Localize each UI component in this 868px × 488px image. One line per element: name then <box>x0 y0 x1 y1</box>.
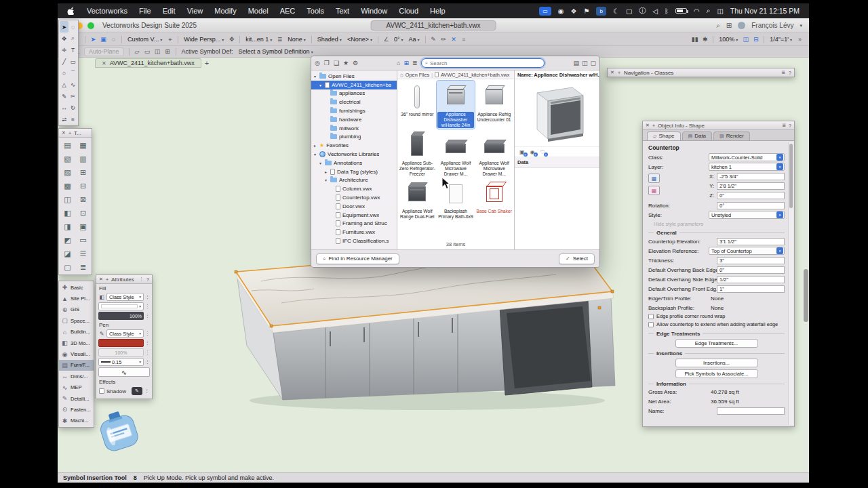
pen-style-dropdown[interactable]: Class Style▾ <box>106 329 144 338</box>
pen-attributes-icon[interactable]: ✎ <box>429 35 439 44</box>
snap-grid-icon[interactable]: ⌗ <box>459 35 469 44</box>
tool-set-machi-[interactable]: ✱Machi... <box>59 415 94 426</box>
furnishing-tool-18[interactable]: ☰ <box>75 247 91 260</box>
disclosure-icon[interactable]: ▾ <box>313 152 317 157</box>
menu-item-model[interactable]: Model <box>248 7 269 15</box>
rotation-field[interactable]: 0° <box>717 202 785 209</box>
checkbox[interactable] <box>648 314 654 319</box>
snap-disable-icon[interactable]: ✕ <box>449 35 459 44</box>
location-icon[interactable]: ⚑ <box>584 7 590 15</box>
pan-tool[interactable]: ✥ <box>60 33 68 44</box>
furnishing-tool-13[interactable]: ◨ <box>60 220 75 233</box>
coord-cartesian-button[interactable]: ▦ <box>648 174 660 183</box>
help-icon[interactable]: ? <box>789 123 791 128</box>
pen-opacity-slider[interactable]: 100% <box>98 348 144 357</box>
scrollbar-thumb[interactable] <box>804 269 808 322</box>
angle-icon[interactable]: ∠ <box>381 35 391 44</box>
tree-item[interactable]: furnishings <box>311 106 397 115</box>
line-weight-dropdown[interactable]: 0.15▾ <box>98 358 144 366</box>
pane-layout-icon[interactable]: ⊟ <box>751 35 761 44</box>
tool-set-dims-[interactable]: ↔Dims/... <box>59 371 94 382</box>
close-icon[interactable]: ✕ <box>99 277 103 282</box>
insert-mode-1-icon[interactable]: ▱ <box>132 47 142 56</box>
text-tool[interactable]: T <box>68 44 77 56</box>
menu-item-window[interactable]: Window <box>361 7 387 15</box>
menubar-clock[interactable]: Thu Nov 21 12:15 PM <box>730 7 800 15</box>
furnishing-tool-20[interactable]: ≣ <box>75 260 91 274</box>
thickness-field[interactable]: 3" <box>717 257 785 264</box>
tab-data[interactable]: ▤Data <box>682 131 713 140</box>
pause-icon[interactable]: ▮▮ <box>690 35 700 44</box>
symbol-definition-dropdown[interactable]: Select a Symbol Definition▾ <box>236 47 316 56</box>
direct-select-icon[interactable]: ▣ <box>98 35 108 44</box>
disclosure-icon[interactable]: ▸ <box>313 143 317 148</box>
tree-item[interactable]: Framing and Struc <box>311 220 397 228</box>
dropbox-icon[interactable]: ❖ <box>571 7 577 15</box>
projection-dropdown[interactable]: Wide Persp...▾ <box>181 35 226 44</box>
view-home-icon[interactable]: ⌂ <box>397 60 400 66</box>
y-coordinate-field[interactable]: 2'8 1/2" <box>717 182 785 190</box>
dock-icon[interactable]: + <box>68 131 71 136</box>
select-mode-icon[interactable]: ➤ <box>88 35 98 44</box>
zoom-window-button[interactable] <box>87 22 94 29</box>
tab-shape[interactable]: ▱Shape <box>647 131 681 140</box>
lasso-mode-icon[interactable]: ◌ <box>108 35 119 44</box>
symbol-cell[interactable]: Backsplash Primary Bath-6x9 <box>437 178 475 225</box>
canvas-vertical-scrollbar[interactable] <box>803 58 809 472</box>
disclosure-icon[interactable]: ▾ <box>318 161 323 165</box>
tree-item[interactable]: Column.vwx <box>311 184 397 193</box>
arc-tool[interactable]: ⌒ <box>68 67 77 79</box>
select-button[interactable]: ✓ Select <box>559 253 595 264</box>
menu-icon[interactable]: ≣ <box>782 123 786 128</box>
bluetooth-icon[interactable]: ᛒ <box>665 7 669 15</box>
tree-item[interactable]: ▾Architecture <box>311 176 397 185</box>
menu-item-modify[interactable]: Modify <box>214 7 236 15</box>
furnishing-tool-19[interactable]: ▢ <box>60 260 75 274</box>
preview-render-icon[interactable]: ▣ <box>519 149 525 155</box>
help-icon[interactable]: ? <box>789 70 791 75</box>
breadcrumb-root[interactable]: Open Files <box>406 72 429 78</box>
tree-item[interactable]: Countertop.vwx <box>311 193 397 202</box>
zoom-dropdown[interactable]: 100%▾ <box>716 35 741 44</box>
display-icon[interactable]: ▢ <box>626 7 632 15</box>
fill-menu-icon[interactable]: ⋮ <box>145 294 150 300</box>
overhang-front-field[interactable]: 1" <box>717 285 785 293</box>
tree-item[interactable]: appliances <box>311 89 397 98</box>
furnishing-tool-12[interactable]: ⊡ <box>75 206 91 220</box>
insert-mode-2-icon[interactable]: ▭ <box>142 47 153 56</box>
layer-options-icon[interactable]: ≣ <box>275 35 285 44</box>
tool-set-site-pl-[interactable]: ▲Site Pl... <box>59 293 94 304</box>
spotlight-icon[interactable]: ⌕ <box>707 7 711 15</box>
menu-item-tools[interactable]: Tools <box>307 7 324 15</box>
class-options-dropdown[interactable]: None▾ <box>285 35 309 44</box>
move-tool[interactable]: ↔ <box>60 102 68 113</box>
symbol-cell[interactable]: Appliance Dishwasher w/Handle 24in <box>437 81 475 129</box>
fill-opacity-menu-icon[interactable]: ⋮ <box>145 313 150 319</box>
mirror-tool[interactable]: ⇌ <box>60 113 68 125</box>
line-tool[interactable]: ╱ <box>60 56 68 67</box>
edge-profile-corner-checkbox[interactable]: Edge profile corner round wrap <box>648 314 785 320</box>
tree-item[interactable]: ▾AVWC_2411_kitchen+ba <box>311 81 397 89</box>
furnishing-tool-5[interactable]: ▨ <box>60 165 75 179</box>
tree-item[interactable]: ▸★Favorites <box>311 141 397 150</box>
overhang-back-field[interactable]: 0" <box>717 266 785 274</box>
find-in-resource-manager-button[interactable]: ⌕ Find in Resource Manager <box>316 253 399 264</box>
tool-set-fasten-[interactable]: ⊙Fasten... <box>59 404 94 415</box>
fill-opacity-slider[interactable]: 100% <box>98 312 144 320</box>
close-icon[interactable]: ✕ <box>646 123 650 128</box>
screen-mirroring-badge[interactable]: ▭ <box>539 7 551 16</box>
scissors-tool[interactable]: ✂ <box>68 90 77 102</box>
layer-dropdown[interactable]: kitchen 1▾ <box>709 163 785 171</box>
view-rotation-dropdown[interactable]: 0°▾ <box>391 35 406 44</box>
countertop-elevation-field[interactable]: 3'1 1/2" <box>717 238 785 245</box>
volume-icon[interactable]: ◁ <box>652 7 658 15</box>
tree-item[interactable]: hardware <box>311 115 397 124</box>
coord-polar-button[interactable]: ▦ <box>648 186 660 195</box>
insert-mode-3-icon[interactable]: ◫ <box>153 47 163 56</box>
marker-tool[interactable]: ✛ <box>60 44 68 56</box>
tree-item[interactable]: ▾Annotations <box>311 159 397 167</box>
flyover-icon[interactable]: ✥ <box>226 35 237 44</box>
record-indicator-icon[interactable]: ◉ <box>558 7 564 15</box>
furnishing-tool-14[interactable]: ▣ <box>75 220 91 233</box>
overflow-icon[interactable]: » <box>795 35 805 44</box>
